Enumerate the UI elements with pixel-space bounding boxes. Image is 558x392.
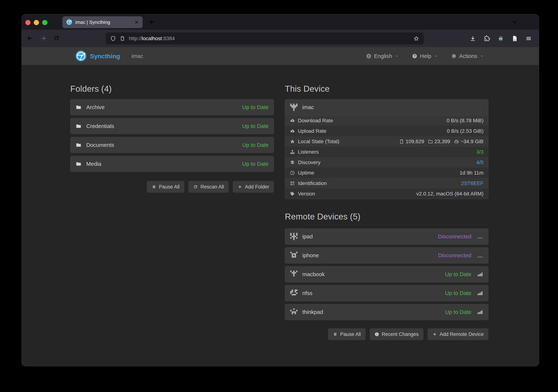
dashboard: Folders (4) ArchiveUp to DateCredentials… (22, 66, 539, 340)
remote-device-row-nfss[interactable]: nfssUp to Date (285, 285, 488, 301)
folder-icon (76, 123, 81, 129)
url-text: http://localhost:8384 (129, 36, 175, 42)
stat-value[interactable]: 2ST6EEF (461, 180, 483, 186)
syncthing-logo-icon (75, 50, 87, 62)
tracking-protection-shield-icon[interactable] (110, 36, 116, 42)
recent-changes-button[interactable]: Recent Changes (370, 328, 423, 340)
add-remote-device-label: Add Remote Device (440, 332, 484, 337)
signpost-icon (290, 160, 295, 165)
syncthing-brand[interactable]: Syncthing (75, 50, 120, 62)
device-name: iphone (302, 252, 319, 259)
remote-device-row-macbook[interactable]: macbookUp to Date (285, 266, 488, 282)
signal-bars-icon (477, 271, 483, 277)
reload-button[interactable] (53, 35, 60, 41)
forward-button[interactable] (40, 35, 47, 42)
zoom-window-button[interactable] (42, 20, 47, 25)
folder-row-media[interactable]: MediaUp to Date (70, 156, 274, 172)
remote-devices-list: ipadDisconnectediphoneDisconnectedmacboo… (285, 228, 488, 320)
extension-mascot-icon[interactable] (497, 35, 504, 42)
new-tab-button[interactable] (148, 18, 155, 26)
folder-row-credentials[interactable]: CredentialsUp to Date (70, 118, 274, 134)
add-remote-device-button[interactable]: Add Remote Device (427, 328, 488, 340)
remote-device-row-ipad[interactable]: ipadDisconnected (285, 228, 488, 245)
gear-icon (451, 53, 457, 59)
folder-name: Credentials (86, 123, 114, 129)
syncthing-app: Syncthing imac English?HelpActions Folde… (22, 47, 539, 366)
navbar-device-name: imac (131, 53, 143, 59)
caret-down-icon (434, 54, 438, 58)
device-stat-download-rate: Download Rate0 B/s (8.78 MiB) (285, 115, 488, 126)
remote-device-row-iphone[interactable]: iphoneDisconnected (285, 247, 488, 263)
recent-changes-label: Recent Changes (382, 332, 419, 337)
stat-label-text: Identification (298, 180, 327, 186)
syncthing-navbar: Syncthing imac English?HelpActions (22, 47, 539, 66)
signal-none-icon (477, 252, 483, 259)
stat-label: Local State (Total) (290, 139, 339, 144)
bookmark-star-icon[interactable] (413, 36, 419, 42)
extensions-icon[interactable] (483, 35, 490, 42)
sitemap-icon (290, 150, 295, 155)
browser-tab[interactable]: imac | Syncthing (62, 16, 143, 28)
list-all-tabs-icon[interactable] (511, 19, 518, 25)
folder-name: Archive (86, 104, 105, 110)
remote-device-row-thinkpad[interactable]: thinkpadUp to Date (285, 304, 488, 320)
menu-language-label: English (374, 53, 392, 59)
folder-row-documents[interactable]: DocumentsUp to Date (70, 137, 274, 153)
caret-down-icon (480, 54, 484, 58)
stat-label: Version (290, 191, 315, 197)
pause-all-devices-label: Pause All (340, 332, 361, 337)
stat-label-text: Local State (Total) (298, 139, 339, 144)
stat-value[interactable]: 3/3 (476, 149, 483, 155)
site-info-icon[interactable] (120, 36, 125, 41)
tab-strip: imac | Syncthing (22, 14, 539, 30)
back-button[interactable] (26, 35, 33, 42)
stat-label: Uptime (290, 170, 314, 176)
stat-segment-text: ~34.9 GiB (461, 139, 483, 144)
window-controls (25, 20, 47, 25)
folders-actions: Pause AllRescan AllAdd Folder (70, 181, 274, 193)
folder-icon (76, 161, 81, 167)
this-device-header[interactable]: imac (285, 99, 488, 115)
signal-none-icon (477, 234, 483, 240)
home-icon (290, 139, 295, 144)
tab-close-icon[interactable] (134, 20, 139, 25)
stat-label: Upload Rate (290, 128, 327, 134)
menu-help[interactable]: ?Help (412, 53, 438, 59)
rescan-all-button[interactable]: Rescan All (188, 181, 229, 193)
menu-language[interactable]: English (366, 53, 399, 59)
device-status-badge: Up to Date (445, 309, 471, 315)
folder-outline-icon (428, 139, 433, 144)
device-stat-version: Versionv2.0.12, macOS (64-bit ARM) (285, 189, 488, 199)
close-window-button[interactable] (25, 20, 30, 25)
stat-segment-text: 109,629 (406, 139, 424, 144)
pause-all-devices-button[interactable]: Pause All (328, 328, 366, 340)
device-identicon (290, 233, 297, 240)
remote-devices-actions: Pause AllRecent ChangesAdd Remote Device (285, 328, 488, 340)
stat-value: 0 B/s (8.78 MiB) (447, 118, 483, 124)
address-bar[interactable]: http://localhost:8384 (106, 33, 424, 44)
folder-icon (76, 142, 81, 148)
device-name: nfss (302, 290, 312, 296)
minimize-window-button[interactable] (34, 20, 39, 25)
folder-row-archive[interactable]: ArchiveUp to Date (70, 99, 274, 115)
add-folder-button[interactable]: Add Folder (233, 181, 274, 193)
folder-name: Media (86, 161, 101, 167)
toolbar-icons (470, 30, 532, 47)
stat-value[interactable]: 4/5 (476, 159, 483, 165)
stat-label-text: Download Rate (298, 118, 333, 124)
pause-all-folders-button[interactable]: Pause All (147, 181, 184, 193)
downloads-icon[interactable] (470, 35, 476, 42)
plus-icon (237, 184, 242, 189)
browser-toolbar: http://localhost:8384 (22, 30, 539, 47)
menu-actions[interactable]: Actions (451, 53, 484, 59)
qr-icon (290, 181, 295, 186)
stat-label: Identification (290, 180, 327, 186)
clock-icon (290, 170, 295, 175)
stat-label-text: Listeners (298, 149, 319, 155)
menu-icon[interactable] (525, 35, 532, 42)
reader-document-icon[interactable] (511, 35, 518, 42)
this-device-panel: imac Download Rate0 B/s (8.78 MiB)Upload… (285, 99, 488, 199)
tab-title: imac | Syncthing (75, 19, 131, 25)
cloud-down-icon (290, 118, 295, 123)
device-status-badge: Disconnected (438, 234, 471, 240)
